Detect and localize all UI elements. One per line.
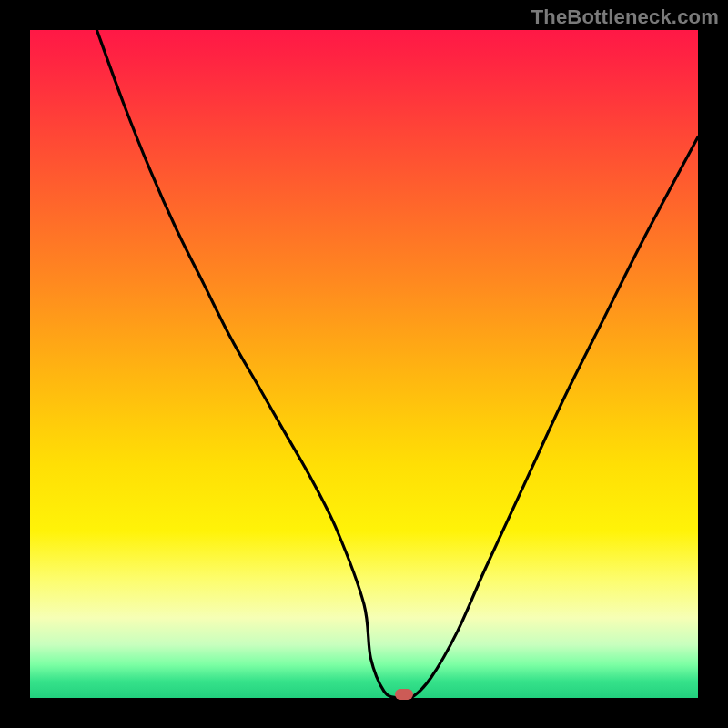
optimal-point-marker <box>395 689 413 700</box>
watermark-text: TheBottleneck.com <box>531 5 719 29</box>
plot-area <box>30 30 698 698</box>
chart-frame: TheBottleneck.com <box>0 0 728 728</box>
bottleneck-curve <box>30 30 698 698</box>
